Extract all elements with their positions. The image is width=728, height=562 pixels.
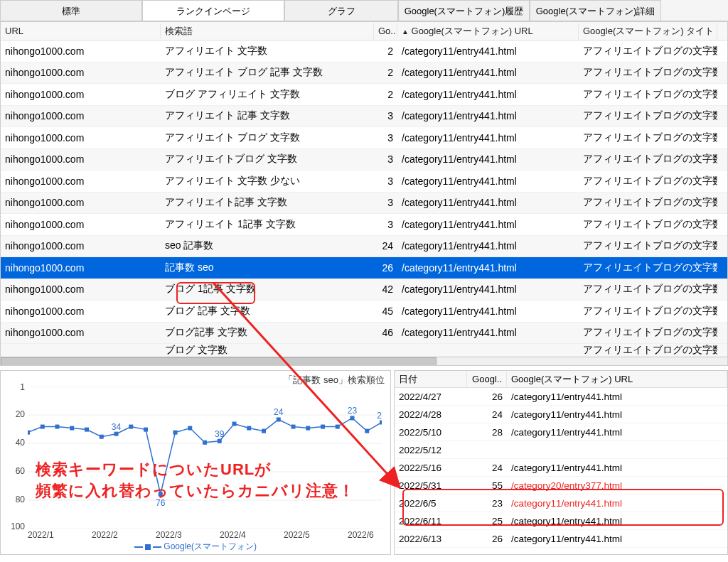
col-header-term[interactable]: 検索語 — [161, 23, 374, 40]
tab-standard[interactable]: 標準 — [0, 0, 142, 21]
svg-rect-23 — [277, 417, 281, 421]
cell-term: アフィリエイト 文字数 少ない — [161, 172, 374, 190]
cell-term: ブログ アフィリエイト 文字数 — [161, 85, 374, 104]
table-row[interactable]: nihongo1000.comアフィリエイト記事 文字数3/category11… — [1, 193, 727, 215]
col-header-spurl[interactable]: ▲ Google(スマートフォン) URL — [397, 23, 579, 40]
cell-term: ブログ 1記事 文字数 — [161, 280, 374, 298]
cell-spurl: /category11/entry441.html — [397, 237, 579, 254]
cell-spurl: /category11/entry441.html — [397, 216, 579, 233]
svg-text:26: 26 — [377, 411, 382, 421]
history-row[interactable]: 2022/4/2824/category11/entry441.html — [395, 406, 727, 423]
scrollbar-thumb[interactable] — [1, 357, 437, 366]
table-row[interactable]: nihongo1000.comブログ 記事 文字数45/category11/e… — [1, 301, 727, 323]
legend-marker-icon — [145, 544, 151, 550]
tab-detail[interactable]: Google(スマートフォン)詳細 — [530, 0, 661, 21]
cell-url: nihongo1000.com — [1, 173, 161, 190]
col-header-spurl-label: Google(スマートフォン) URL — [412, 26, 533, 36]
svg-rect-28 — [350, 416, 355, 420]
cell-url: nihongo1000.com — [1, 151, 161, 168]
hist-cell-url: /category11/entry441.html — [507, 461, 727, 475]
hist-cell-url: /category11/entry441.html — [507, 426, 727, 439]
cell-url — [1, 347, 161, 353]
cell-url: nihongo1000.com — [1, 324, 161, 341]
cell-spurl: /category11/entry441.html — [397, 86, 579, 103]
cell-url: nihongo1000.com — [1, 303, 161, 320]
svg-rect-12 — [114, 432, 119, 436]
table-row-partial[interactable]: ブログ 文字数アフィリエイトブログの文字数と — [1, 344, 727, 357]
svg-rect-18 — [203, 441, 207, 445]
hist-col-rank[interactable]: Googl.. — [467, 372, 507, 387]
table-row[interactable]: nihongo1000.comアフィリエイト ブログ 記事 文字数2/categ… — [1, 63, 727, 85]
cell-go: 3 — [374, 173, 397, 190]
history-row[interactable]: 2022/5/1624/category11/entry441.html — [395, 459, 727, 477]
tab-rankin-page[interactable]: ランクインページ — [142, 0, 284, 21]
cell-title: アフィリエイトブログの文字数と — [579, 63, 717, 82]
cell-url: nihongo1000.com — [1, 129, 161, 146]
svg-rect-15 — [159, 492, 163, 497]
table-row[interactable]: nihongo1000.comアフィリエイト 文字数 少ない3/category… — [1, 171, 727, 193]
cell-go: 3 — [374, 129, 397, 146]
cell-url: nihongo1000.com — [1, 64, 161, 81]
hist-cell-url: /category11/entry441.html — [507, 408, 727, 421]
table-row[interactable]: nihongo1000.comseo 記事数24/category11/entr… — [1, 236, 727, 258]
y-tick: 40 — [4, 438, 25, 448]
table-row[interactable]: nihongo1000.comアフィリエイトブログ 文字数3/category1… — [1, 149, 727, 171]
svg-text:39: 39 — [215, 429, 225, 439]
hist-cell-date: 2022/6/13 — [395, 532, 467, 546]
hist-col-date[interactable]: 日付 — [395, 371, 467, 388]
history-row[interactable]: 2022/6/523/category11/entry441.html — [395, 495, 727, 512]
hist-cell-date: 2022/6/5 — [395, 497, 467, 510]
cell-url: nihongo1000.com — [1, 194, 161, 211]
cell-url: nihongo1000.com — [1, 237, 161, 254]
cell-spurl: /category11/entry441.html — [397, 64, 579, 81]
history-row[interactable]: 2022/5/1028/category11/entry441.html — [395, 423, 727, 441]
col-header-url[interactable]: URL — [1, 23, 161, 38]
svg-rect-7 — [41, 425, 45, 429]
y-tick: 1 — [4, 382, 25, 392]
hist-col-url[interactable]: Google(スマートフォン) URL — [507, 371, 727, 388]
cell-title: アフィリエイトブログの文字数と — [579, 129, 717, 147]
y-tick: 20 — [4, 409, 25, 419]
cell-spurl — [397, 347, 579, 353]
svg-rect-22 — [262, 429, 266, 433]
history-row[interactable]: 2022/6/1125/category11/entry441.html — [395, 512, 727, 530]
history-row[interactable]: 2022/5/12 — [395, 441, 727, 459]
table-row[interactable]: nihongo1000.comブログ 1記事 文字数42/category11/… — [1, 279, 727, 301]
history-row[interactable]: 2022/5/3155/category20/entry377.html — [395, 477, 727, 495]
cell-url: nihongo1000.com — [1, 281, 161, 298]
table-row[interactable]: nihongo1000.comアフィリエイト 1記事 文字数3/category… — [1, 214, 727, 236]
table-row[interactable]: nihongo1000.com記事数 seo26/category11/entr… — [1, 257, 727, 279]
cell-go: 42 — [374, 281, 397, 298]
cell-spurl: /category11/entry441.html — [397, 303, 579, 320]
tab-bar: 標準 ランクインページ グラフ Google(スマートフォン)履歴 Google… — [0, 0, 728, 21]
table-row[interactable]: nihongo1000.comブログ アフィリエイト 文字数2/category… — [1, 84, 727, 106]
hist-cell-url: /category11/entry441.html — [507, 497, 727, 510]
cell-go: 45 — [374, 303, 397, 320]
cell-go — [374, 347, 397, 353]
cell-go: 46 — [374, 324, 397, 341]
horizontal-scrollbar[interactable] — [1, 357, 727, 366]
cell-spurl: /category11/entry441.html — [397, 43, 579, 60]
table-row[interactable]: nihongo1000.comアフィリエイト 記事 文字数3/category1… — [1, 106, 727, 128]
svg-rect-16 — [173, 431, 178, 435]
col-header-go[interactable]: Go.. — [374, 23, 397, 38]
hist-cell-rank: 55 — [467, 479, 507, 492]
hist-cell-rank: 24 — [467, 408, 507, 421]
tab-graph[interactable]: グラフ — [284, 0, 398, 21]
hist-cell-rank: 23 — [467, 497, 507, 510]
history-row[interactable]: 2022/6/1326/category11/entry441.html — [395, 530, 727, 548]
legend-line-icon — [134, 546, 143, 548]
tab-history[interactable]: Google(スマートフォン)履歴 — [398, 0, 530, 21]
svg-rect-25 — [306, 426, 310, 431]
cell-title: アフィリエイトブログの文字数と — [579, 237, 717, 255]
table-row[interactable]: nihongo1000.comアフィリエイト ブログ 文字数3/category… — [1, 127, 727, 149]
hist-cell-date: 2022/4/27 — [395, 390, 467, 404]
table-row[interactable]: nihongo1000.comアフィリエイト 文字数2/category11/e… — [1, 40, 727, 63]
cell-term: seo 記事数 — [161, 237, 374, 255]
cell-title: アフィリエイトブログの文字数と — [579, 280, 717, 298]
cell-go: 26 — [374, 259, 397, 276]
cell-go: 3 — [374, 107, 397, 124]
svg-rect-11 — [100, 435, 104, 439]
col-header-title[interactable]: Google(スマートフォン) タイト — [579, 23, 717, 40]
history-row[interactable]: 2022/4/2726/category11/entry441.html — [395, 388, 727, 406]
